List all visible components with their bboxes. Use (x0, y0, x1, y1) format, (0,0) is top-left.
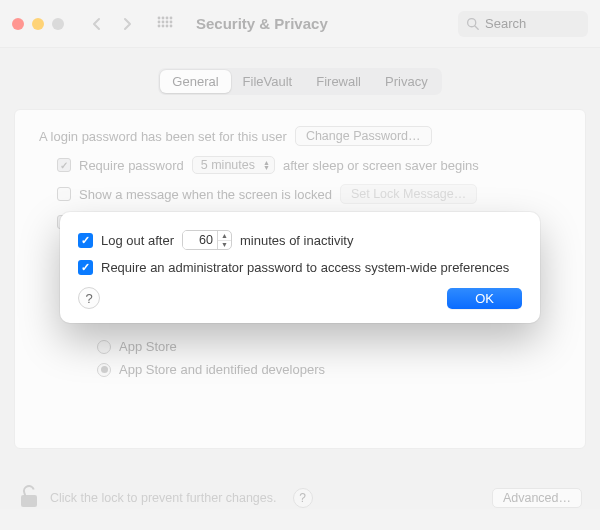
allow-identified-label: App Store and identified developers (119, 362, 325, 377)
show-message-label: Show a message when the screen is locked (79, 187, 332, 202)
allow-identified-row: App Store and identified developers (97, 362, 567, 377)
tab-privacy[interactable]: Privacy (373, 70, 440, 93)
show-all-button[interactable] (152, 12, 178, 36)
tab-general[interactable]: General (160, 70, 230, 93)
svg-point-10 (166, 24, 169, 27)
grid-icon (157, 16, 173, 32)
allow-apps-radios: App Store App Store and identified devel… (97, 339, 567, 377)
logout-prefix: Log out after (101, 233, 174, 248)
updown-icon: ▲▼ (263, 160, 270, 170)
admin-password-row: Require an administrator password to acc… (78, 260, 522, 275)
segmented-control: General FileVault Firewall Privacy (158, 68, 441, 95)
logout-minutes-stepper[interactable]: ▲ ▼ (182, 230, 232, 250)
logout-checkbox[interactable] (78, 233, 93, 248)
nav-buttons (84, 12, 140, 36)
logout-suffix: minutes of inactivity (240, 233, 353, 248)
require-password-label: Require password (79, 158, 184, 173)
logout-minutes-input[interactable] (183, 231, 217, 249)
show-message-row: Show a message when the screen is locked… (57, 184, 567, 204)
ok-button[interactable]: OK (447, 288, 522, 309)
titlebar: Security & Privacy (0, 0, 600, 48)
sheet-footer: ? OK (78, 287, 522, 309)
require-password-delay-select[interactable]: 5 minutes ▲▼ (192, 156, 275, 174)
allow-identified-radio[interactable] (97, 363, 111, 377)
svg-point-8 (158, 24, 161, 27)
lock-hint-text: Click the lock to prevent further change… (50, 491, 277, 505)
close-window-button[interactable] (12, 18, 24, 30)
advanced-button[interactable]: Advanced… (492, 488, 582, 508)
login-password-text: A login password has been set for this u… (39, 129, 287, 144)
change-password-button[interactable]: Change Password… (295, 126, 432, 146)
search-field[interactable] (458, 11, 588, 37)
set-lock-message-button: Set Lock Message… (340, 184, 477, 204)
require-password-delay-value: 5 minutes (201, 158, 255, 172)
preferences-window: Security & Privacy General FileVault Fir… (0, 0, 600, 530)
stepper-arrows[interactable]: ▲ ▼ (217, 231, 231, 249)
svg-point-7 (170, 20, 173, 23)
svg-point-0 (158, 16, 161, 19)
logout-row: Log out after ▲ ▼ minutes of inactivity (78, 230, 522, 250)
require-password-row: Require password 5 minutes ▲▼ after slee… (57, 156, 567, 174)
admin-password-label: Require an administrator password to acc… (101, 260, 509, 275)
svg-line-13 (475, 26, 478, 29)
window-controls (12, 18, 64, 30)
require-password-checkbox[interactable] (57, 158, 71, 172)
show-message-checkbox[interactable] (57, 187, 71, 201)
svg-point-11 (170, 24, 173, 27)
svg-point-4 (158, 20, 161, 23)
search-icon (466, 17, 479, 30)
back-button[interactable] (84, 12, 110, 36)
footer-help-button[interactable]: ? (293, 488, 313, 508)
chevron-left-icon (92, 17, 102, 31)
search-input[interactable] (485, 16, 575, 31)
allow-app-store-label: App Store (119, 339, 177, 354)
require-password-suffix: after sleep or screen saver begins (283, 158, 479, 173)
svg-rect-14 (21, 495, 37, 507)
stepper-down-icon[interactable]: ▼ (218, 241, 231, 250)
admin-password-checkbox[interactable] (78, 260, 93, 275)
lock-button[interactable] (18, 483, 40, 513)
sheet-help-button[interactable]: ? (78, 287, 100, 309)
tab-firewall[interactable]: Firewall (304, 70, 373, 93)
svg-point-2 (166, 16, 169, 19)
minimize-window-button[interactable] (32, 18, 44, 30)
tab-bar: General FileVault Firewall Privacy (14, 68, 586, 95)
svg-point-9 (162, 24, 165, 27)
login-password-row: A login password has been set for this u… (39, 126, 567, 146)
advanced-sheet: Log out after ▲ ▼ minutes of inactivity … (60, 212, 540, 323)
allow-app-store-radio[interactable] (97, 340, 111, 354)
footer: Click the lock to prevent further change… (0, 466, 600, 530)
svg-point-3 (170, 16, 173, 19)
unlock-icon (18, 483, 40, 509)
forward-button (114, 12, 140, 36)
allow-app-store-row: App Store (97, 339, 567, 354)
chevron-right-icon (122, 17, 132, 31)
tab-filevault[interactable]: FileVault (231, 70, 305, 93)
svg-point-1 (162, 16, 165, 19)
window-title: Security & Privacy (196, 15, 328, 32)
stepper-up-icon[interactable]: ▲ (218, 231, 231, 241)
svg-point-6 (166, 20, 169, 23)
zoom-window-button (52, 18, 64, 30)
svg-point-5 (162, 20, 165, 23)
